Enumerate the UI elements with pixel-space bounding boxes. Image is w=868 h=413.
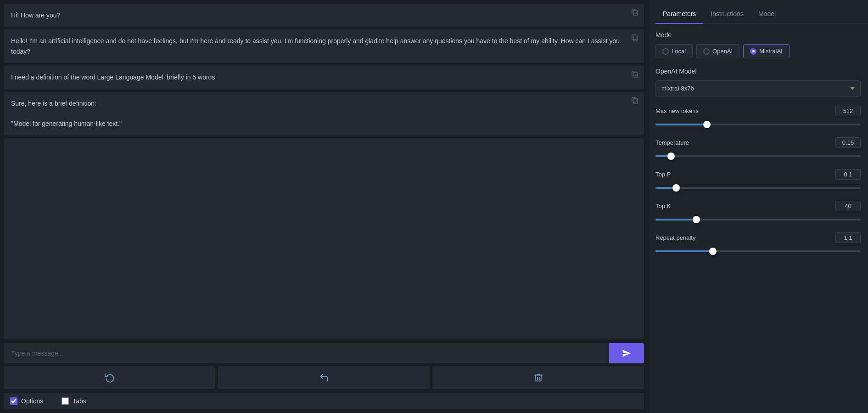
action-buttons-row — [4, 366, 644, 389]
temperature-value: 0.15 — [835, 137, 861, 148]
slider-top-k: Top K 40 — [655, 201, 861, 224]
tab-model[interactable]: Model — [751, 6, 783, 24]
mode-local-button[interactable]: Local — [655, 44, 693, 58]
tabs-option[interactable]: Tabs — [62, 397, 86, 405]
tabs-checkbox[interactable] — [62, 397, 69, 405]
undo-icon — [319, 373, 329, 383]
svg-rect-2 — [633, 36, 637, 41]
mode-local-radio — [662, 48, 669, 55]
svg-rect-6 — [633, 98, 637, 103]
send-button[interactable] — [609, 343, 644, 363]
message-text-3: I need a definition of the word Large La… — [11, 72, 637, 82]
message-input[interactable] — [4, 343, 609, 363]
send-icon — [622, 349, 631, 358]
slider-repeat-penalty-header: Repeat penalty 1.1 — [655, 232, 861, 243]
options-label: Options — [21, 397, 43, 405]
message-text-4: Sure, here is a brief definition:"Model … — [11, 98, 637, 129]
copy-icon-3[interactable] — [631, 70, 639, 79]
svg-rect-0 — [633, 10, 637, 15]
svg-rect-4 — [633, 73, 637, 78]
max-tokens-slider-container — [655, 120, 861, 129]
temperature-label: Temperature — [655, 139, 689, 146]
right-panel: Parameters Instructions Model Mode Local… — [648, 0, 868, 413]
top-p-value: 0.1 — [835, 169, 861, 180]
slider-temperature: Temperature 0.15 — [655, 137, 861, 161]
slider-top-p: Top P 0.1 — [655, 169, 861, 192]
openai-model-label: OpenAI Model — [655, 68, 861, 75]
max-tokens-value: 512 — [835, 106, 861, 116]
message-block-1: Hi! How are you? — [4, 4, 644, 27]
message-block-2: Hello! I'm an artificial intelligence an… — [4, 29, 644, 63]
chat-area: Hi! How are you? Hello! I'm an artificia… — [0, 0, 648, 343]
svg-rect-5 — [632, 71, 636, 76]
top-k-label: Top K — [655, 203, 671, 209]
message-block-4: Sure, here is a brief definition:"Model … — [4, 92, 644, 136]
message-text-1: Hi! How are you? — [11, 10, 637, 20]
input-row — [4, 343, 644, 363]
slider-repeat-penalty: Repeat penalty 1.1 — [655, 232, 861, 256]
repeat-penalty-label: Repeat penalty — [655, 234, 695, 241]
svg-rect-1 — [632, 9, 636, 14]
slider-temperature-header: Temperature 0.15 — [655, 137, 861, 148]
top-p-label: Top P — [655, 171, 671, 178]
regenerate-button[interactable] — [4, 366, 215, 389]
mode-mistral-button[interactable]: MistralAI — [743, 44, 790, 58]
mode-openai-radio — [703, 48, 710, 55]
copy-icon-2[interactable] — [631, 34, 639, 42]
regenerate-icon — [105, 373, 115, 383]
empty-chat-area — [4, 138, 644, 339]
copy-icon-1[interactable] — [631, 8, 639, 17]
model-select[interactable]: mixtral-8x7b gpt-4 gpt-3.5-turbo — [655, 80, 861, 96]
top-k-slider-container — [655, 215, 861, 224]
message-block-3: I need a definition of the word Large La… — [4, 66, 644, 89]
left-panel: Hi! How are you? Hello! I'm an artificia… — [0, 0, 648, 413]
copy-icon-4[interactable] — [631, 96, 639, 105]
options-bar: Options Tabs — [4, 393, 644, 409]
top-p-slider-container — [655, 183, 861, 192]
slider-max-tokens: Max new tokens 512 — [655, 106, 861, 129]
slider-top-k-header: Top K 40 — [655, 201, 861, 211]
temperature-slider-container — [655, 152, 861, 161]
slider-max-tokens-header: Max new tokens 512 — [655, 106, 861, 116]
repeat-penalty-slider-container — [655, 247, 861, 256]
trash-icon — [533, 373, 543, 383]
mode-buttons: Local OpenAI MistralAI — [655, 44, 861, 58]
svg-rect-3 — [632, 35, 636, 40]
max-tokens-label: Max new tokens — [655, 107, 699, 114]
options-option[interactable]: Options — [10, 397, 43, 405]
clear-button[interactable] — [432, 366, 644, 389]
tabs-label: Tabs — [73, 397, 86, 405]
top-k-value: 40 — [835, 201, 861, 211]
options-checkbox[interactable] — [10, 397, 17, 405]
slider-top-p-header: Top P 0.1 — [655, 169, 861, 180]
params-area: Mode Local OpenAI MistralAI OpenAI Model — [648, 24, 868, 413]
undo-button[interactable] — [218, 366, 430, 389]
mode-mistral-radio — [750, 48, 756, 55]
message-text-2: Hello! I'm an artificial intelligence an… — [11, 36, 637, 57]
svg-rect-7 — [632, 97, 636, 102]
tabs-row: Parameters Instructions Model — [648, 0, 868, 24]
tab-parameters[interactable]: Parameters — [655, 6, 703, 24]
mode-row: Mode Local OpenAI MistralAI — [655, 31, 861, 58]
model-select-row: OpenAI Model mixtral-8x7b gpt-4 gpt-3.5-… — [655, 68, 861, 96]
tab-instructions[interactable]: Instructions — [703, 6, 751, 24]
mode-openai-button[interactable]: OpenAI — [696, 44, 739, 58]
repeat-penalty-value: 1.1 — [835, 232, 861, 243]
mode-label: Mode — [655, 31, 861, 39]
